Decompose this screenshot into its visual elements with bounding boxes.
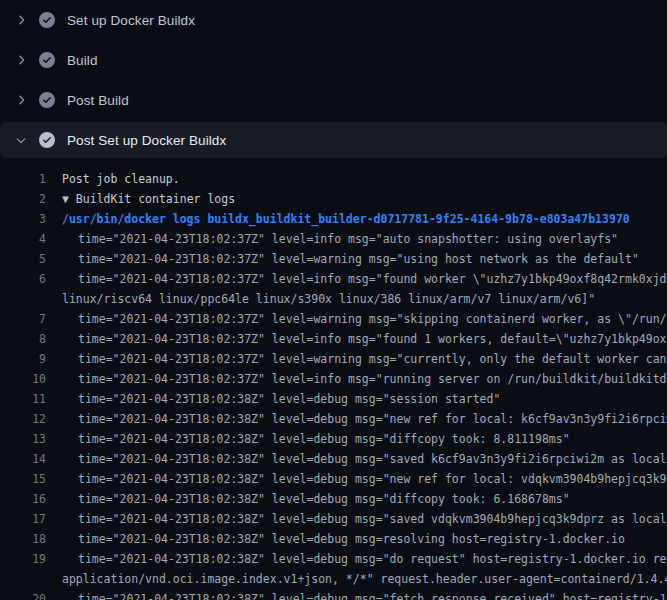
line-text: time="2021-04-23T18:02:37Z" level=info m…	[62, 229, 618, 249]
line-number[interactable]: 10	[0, 369, 46, 389]
line-text: time="2021-04-23T18:02:38Z" level=debug …	[62, 389, 500, 409]
line-number[interactable]: 2	[0, 189, 46, 209]
line-text: application/vnd.oci.image.index.v1+json,…	[62, 569, 667, 589]
step-label: Set up Docker Buildx	[67, 13, 195, 28]
line-text: time="2021-04-23T18:02:38Z" level=debug …	[62, 429, 570, 449]
log-line: 15 time="2021-04-23T18:02:38Z" level=deb…	[0, 469, 667, 489]
chevron-down-icon	[13, 132, 29, 148]
step-row-0[interactable]: Set up Docker Buildx	[0, 0, 667, 40]
log-line: 12 time="2021-04-23T18:02:38Z" level=deb…	[0, 409, 667, 429]
check-circle-icon	[39, 132, 55, 148]
log-line: 7 time="2021-04-23T18:02:37Z" level=warn…	[0, 309, 667, 329]
line-number[interactable]: 9	[0, 349, 46, 369]
chevron-right-icon	[13, 12, 29, 28]
step-row-2[interactable]: Post Build	[0, 80, 667, 120]
line-text: time="2021-04-23T18:02:38Z" level=debug …	[62, 469, 667, 489]
line-number	[0, 289, 46, 309]
log-line: 9 time="2021-04-23T18:02:37Z" level=warn…	[0, 349, 667, 369]
check-circle-icon	[39, 52, 55, 68]
line-number[interactable]: 7	[0, 309, 46, 329]
line-number[interactable]: 18	[0, 529, 46, 549]
line-number[interactable]: 1	[0, 169, 46, 189]
check-circle-icon	[39, 92, 55, 108]
log-line: 3 /usr/bin/docker logs buildx_buildkit_b…	[0, 209, 667, 229]
line-text: time="2021-04-23T18:02:37Z" level=info m…	[62, 269, 667, 289]
chevron-right-icon	[13, 92, 29, 108]
line-number[interactable]: 12	[0, 409, 46, 429]
line-number[interactable]: 17	[0, 509, 46, 529]
log-line: 5 time="2021-04-23T18:02:37Z" level=warn…	[0, 249, 667, 269]
log-line: 8 time="2021-04-23T18:02:37Z" level=info…	[0, 329, 667, 349]
chevron-right-icon	[13, 52, 29, 68]
log-line: 14 time="2021-04-23T18:02:38Z" level=deb…	[0, 449, 667, 469]
step-label: Post Set up Docker Buildx	[67, 133, 226, 148]
line-text: linux/riscv64 linux/ppc64le linux/s390x …	[62, 289, 595, 309]
line-number[interactable]: 14	[0, 449, 46, 469]
line-text: time="2021-04-23T18:02:38Z" level=debug …	[62, 449, 667, 469]
log-line: 1 Post job cleanup.	[0, 169, 667, 189]
log-lines: 1 Post job cleanup. 2 ▼ BuildKit contain…	[0, 160, 667, 600]
line-number[interactable]: 16	[0, 489, 46, 509]
line-text: time="2021-04-23T18:02:38Z" level=debug …	[62, 529, 625, 549]
line-number[interactable]: 8	[0, 329, 46, 349]
log-line: linux/riscv64 linux/ppc64le linux/s390x …	[0, 289, 667, 309]
line-number	[0, 569, 46, 589]
group-title: BuildKit container logs	[69, 192, 235, 206]
line-text: time="2021-04-23T18:02:37Z" level=warnin…	[62, 249, 639, 269]
line-text: ▼ BuildKit container logs	[62, 189, 235, 209]
line-number[interactable]: 20	[0, 589, 46, 600]
log-line: 4 time="2021-04-23T18:02:37Z" level=info…	[0, 229, 667, 249]
actions-log-viewer: Set up Docker Buildx Build Post Build	[0, 0, 667, 600]
line-text: time="2021-04-23T18:02:38Z" level=debug …	[62, 549, 667, 569]
log-line: 19 time="2021-04-23T18:02:38Z" level=deb…	[0, 549, 667, 569]
log-line: 6 time="2021-04-23T18:02:37Z" level=info…	[0, 269, 667, 289]
log-line: 16 time="2021-04-23T18:02:38Z" level=deb…	[0, 489, 667, 509]
log-line: 20 time="2021-04-23T18:02:38Z" level=deb…	[0, 589, 667, 600]
line-text: time="2021-04-23T18:02:38Z" level=debug …	[62, 589, 667, 600]
line-text: time="2021-04-23T18:02:37Z" level=warnin…	[62, 349, 667, 369]
step-label: Post Build	[67, 93, 129, 108]
log-line: 11 time="2021-04-23T18:02:38Z" level=deb…	[0, 389, 667, 409]
line-text: time="2021-04-23T18:02:38Z" level=debug …	[62, 489, 570, 509]
check-circle-icon	[39, 12, 55, 28]
line-text: time="2021-04-23T18:02:38Z" level=debug …	[62, 409, 667, 429]
line-number[interactable]: 5	[0, 249, 46, 269]
triangle-down-icon[interactable]: ▼	[62, 192, 69, 206]
line-text: /usr/bin/docker logs buildx_buildkit_bui…	[62, 209, 630, 229]
step-label: Build	[67, 53, 98, 68]
line-number[interactable]: 4	[0, 229, 46, 249]
line-text: time="2021-04-23T18:02:37Z" level=warnin…	[62, 309, 667, 329]
log-line: 18 time="2021-04-23T18:02:38Z" level=deb…	[0, 529, 667, 549]
line-text: time="2021-04-23T18:02:37Z" level=info m…	[62, 329, 667, 349]
line-number[interactable]: 15	[0, 469, 46, 489]
line-number[interactable]: 19	[0, 549, 46, 569]
step-row-1[interactable]: Build	[0, 40, 667, 80]
line-number[interactable]: 13	[0, 429, 46, 449]
line-text: time="2021-04-23T18:02:38Z" level=debug …	[62, 509, 667, 529]
line-number[interactable]: 6	[0, 269, 46, 289]
line-number[interactable]: 3	[0, 209, 46, 229]
log-line: application/vnd.oci.image.index.v1+json,…	[0, 569, 667, 589]
log-line: 10 time="2021-04-23T18:02:37Z" level=inf…	[0, 369, 667, 389]
log-line: 2 ▼ BuildKit container logs	[0, 189, 667, 209]
step-row-3[interactable]: Post Set up Docker Buildx	[0, 122, 667, 158]
line-text: time="2021-04-23T18:02:37Z" level=info m…	[62, 369, 667, 389]
log-line: 13 time="2021-04-23T18:02:38Z" level=deb…	[0, 429, 667, 449]
line-text: Post job cleanup.	[62, 169, 180, 189]
line-number[interactable]: 11	[0, 389, 46, 409]
log-line: 17 time="2021-04-23T18:02:38Z" level=deb…	[0, 509, 667, 529]
step-list: Set up Docker Buildx Build Post Build	[0, 0, 667, 158]
